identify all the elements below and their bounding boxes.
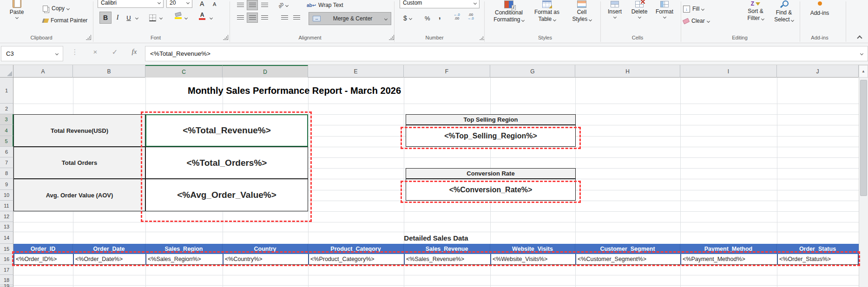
font-color-button[interactable]: A — [199, 13, 205, 20]
name-box[interactable]: C3 — [1, 46, 63, 61]
summary-value-total-orders[interactable]: <%Total_Orders%> — [145, 147, 308, 179]
percent-style-button[interactable]: % — [425, 13, 430, 23]
accounting-format-button[interactable]: $ — [403, 13, 412, 23]
table-header-cell-Website_Visits[interactable]: Website_Visits — [490, 244, 575, 254]
column-header-E[interactable]: E — [308, 65, 404, 78]
table-header-cell-Order_ID[interactable]: Order_ID — [13, 244, 73, 254]
table-header-cell-Order_Status[interactable]: Order_Status — [777, 244, 859, 254]
row-header-10[interactable]: 10 — [0, 190, 13, 201]
add-ins-button[interactable]: Add-ins — [805, 1, 835, 16]
table-data-cell-0[interactable]: <%Order_ID%> — [13, 254, 73, 265]
formula-bar-grip-icon[interactable]: ⋮ — [69, 48, 81, 56]
select-all-corner[interactable] — [0, 65, 13, 78]
table-title-cell[interactable]: Detailed Sales Data — [13, 232, 859, 244]
merge-center-button[interactable]: ↔ Merge & Center — [309, 12, 391, 25]
decrease-decimal-button[interactable]: .00→.0 — [467, 13, 474, 20]
delete-cells-button[interactable]: Delete — [627, 1, 651, 18]
row-header-11[interactable]: 11 — [0, 201, 13, 211]
table-data-cell-2[interactable]: <%Sales_Region%> — [145, 254, 223, 265]
paste-button[interactable]: Paste — [5, 0, 29, 19]
column-header-G[interactable]: G — [490, 65, 575, 78]
clear-button[interactable]: Clear — [683, 16, 710, 26]
bold-button[interactable]: B — [99, 12, 112, 24]
increase-decimal-button[interactable]: ←.0.00 — [454, 13, 460, 20]
row-header-1[interactable]: 1 — [0, 78, 13, 104]
column-header-I[interactable]: I — [680, 65, 777, 78]
row-header-9[interactable]: 9 — [0, 179, 13, 190]
borders-button[interactable] — [147, 13, 158, 23]
row-header-14[interactable]: 14 — [0, 232, 13, 244]
summary-value-avg-order-value[interactable]: <%Avg_Order_Value%> — [145, 179, 308, 211]
font-dialog-launcher-icon[interactable] — [223, 35, 228, 40]
copy-button[interactable]: Copy — [43, 3, 69, 13]
insert-function-icon[interactable]: fx — [128, 48, 140, 56]
row-header-5[interactable]: 5 — [0, 136, 13, 147]
shrink-font-button[interactable]: A — [213, 1, 216, 7]
conditional-formatting-button[interactable]: ≠ ConditionalFormatting — [488, 0, 530, 23]
kpi-value-top-selling-region[interactable]: <%Top_Selling_Region%> — [406, 125, 576, 147]
table-data-cell-9[interactable]: <%Order_Status%> — [777, 254, 859, 265]
formula-input[interactable]: <%Total_Revenue%> — [145, 46, 868, 61]
table-header-cell-Payment_Method[interactable]: Payment_Method — [680, 244, 777, 254]
find-select-button[interactable]: Find &Select — [769, 0, 798, 23]
table-header-cell-Customer_Segment[interactable]: Customer_Segment — [575, 244, 680, 254]
format-cells-button[interactable]: Format — [651, 1, 677, 18]
comma-style-button[interactable]: , — [439, 11, 441, 21]
row-header-12[interactable]: 12 — [0, 211, 13, 222]
column-header-H[interactable]: H — [575, 65, 680, 78]
scroll-up-button[interactable]: ▲ — [859, 65, 868, 78]
decrease-indent-button[interactable] — [279, 13, 290, 23]
font-name-combo[interactable]: Calibri — [98, 0, 164, 8]
table-data-cell-6[interactable]: <%Website_Visits%> — [490, 254, 575, 265]
row-header-13[interactable]: 13 — [0, 222, 13, 232]
row-header-15[interactable]: 15 — [0, 244, 13, 254]
table-data-cell-1[interactable]: <%Order_Date%> — [73, 254, 145, 265]
summary-label-avg-order-value[interactable]: Avg. Order Value (AOV) — [13, 179, 145, 211]
insert-cells-button[interactable]: Insert — [602, 1, 627, 18]
font-size-combo[interactable]: 20 — [166, 0, 192, 8]
row-header-19[interactable]: 19 — [0, 285, 13, 287]
column-header-B[interactable]: B — [73, 65, 145, 78]
summary-label-total-revenue[interactable]: Total Revenue(USD) — [13, 114, 145, 147]
underline-button[interactable]: U — [124, 12, 134, 24]
number-format-combo[interactable]: Custom — [400, 0, 480, 8]
table-header-cell-Sales_Region[interactable]: Sales_Region — [145, 244, 223, 254]
align-top-button[interactable] — [235, 0, 246, 10]
font-color-chevron-icon[interactable] — [210, 16, 213, 20]
kpi-value-conversion-rate[interactable]: <%Conversion_Rate%> — [406, 179, 576, 201]
italic-button[interactable]: I — [112, 12, 123, 24]
column-header-J[interactable]: J — [777, 65, 859, 78]
table-data-cell-3[interactable]: <%Country%> — [223, 254, 308, 265]
wrap-text-button[interactable]: ab↩Wrap Text — [307, 0, 343, 10]
table-header-cell-Order_Date[interactable]: Order_Date — [73, 244, 145, 254]
cancel-icon[interactable]: × — [89, 48, 101, 56]
align-center-button[interactable] — [247, 13, 258, 23]
column-header-C[interactable]: C — [145, 65, 223, 78]
format-painter-button[interactable]: Format Painter — [43, 15, 87, 26]
grow-font-button[interactable]: A — [200, 0, 204, 7]
table-data-cell-5[interactable]: <%Sales_Revenue%> — [404, 254, 490, 265]
row-header-16[interactable]: 16 — [0, 254, 13, 265]
align-left-button[interactable] — [235, 13, 246, 23]
report-title-cell[interactable]: Monthly Sales Performance Report - March… — [13, 78, 575, 104]
orientation-button[interactable]: ab — [278, 0, 288, 10]
collapse-ribbon-icon[interactable] — [857, 35, 862, 40]
fill-button[interactable]: ↓ Fill — [683, 4, 704, 14]
table-data-cell-7[interactable]: <%Customer_Segment%> — [575, 254, 680, 265]
align-middle-button[interactable] — [247, 0, 258, 10]
kpi-header-top-selling-region[interactable]: Top Selling Region — [406, 114, 576, 125]
increase-indent-button[interactable] — [291, 13, 302, 23]
clipboard-dialog-launcher-icon[interactable] — [86, 35, 91, 40]
kpi-header-conversion-rate[interactable]: Conversion Rate — [406, 168, 576, 179]
row-header-2[interactable]: 2 — [0, 104, 13, 114]
table-data-cell-4[interactable]: <%Product_Category%> — [308, 254, 404, 265]
cell-styles-button[interactable]: CellStyles — [564, 0, 599, 23]
align-right-button[interactable] — [259, 13, 270, 23]
row-header-17[interactable]: 17 — [0, 265, 13, 275]
row-header-6[interactable]: 6 — [0, 147, 13, 157]
enter-icon[interactable]: ✓ — [109, 48, 121, 56]
format-as-table-button[interactable]: Format asTable — [530, 0, 564, 23]
fill-color-button[interactable] — [175, 13, 182, 19]
fill-color-chevron-icon[interactable] — [184, 16, 188, 20]
alignment-dialog-launcher-icon[interactable] — [389, 35, 394, 40]
